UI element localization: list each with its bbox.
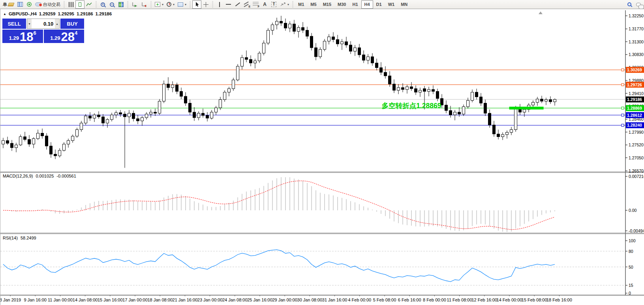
line-chart-icon: [86, 2, 92, 7]
new-order-button[interactable]: 单: [1, 0, 15, 9]
fibonacci-tool-button[interactable]: F: [251, 0, 260, 9]
timeframe-h1[interactable]: H1: [349, 0, 361, 9]
indicators-button[interactable]: + ▾: [153, 0, 165, 9]
macd-name: MACD(12,26,9): [3, 174, 33, 178]
candle-body: [545, 99, 548, 101]
text-tool-button[interactable]: A: [260, 0, 269, 9]
new-order-icon: [8, 3, 15, 6]
chat-button[interactable]: [634, 0, 643, 9]
templates-button[interactable]: ▾: [176, 0, 188, 9]
candle-body: [232, 80, 235, 89]
candle-body: [128, 113, 131, 117]
volume-input[interactable]: [32, 19, 55, 28]
line-chart-mode-button[interactable]: [84, 0, 94, 9]
timeframe-m1[interactable]: M1: [295, 0, 307, 9]
timeframe-h4[interactable]: H4: [361, 0, 373, 9]
bar-chart-icon: [69, 2, 73, 7]
price-tick-label: 1.27050: [629, 155, 644, 160]
timeframe-w1[interactable]: W1: [385, 0, 398, 9]
candle-body: [432, 90, 435, 92]
candle-body: [349, 45, 352, 51]
candle-body: [462, 107, 465, 114]
tile-windows-button[interactable]: [116, 0, 126, 9]
timeframe-label: H1: [351, 2, 359, 7]
buy-button[interactable]: BUY: [60, 19, 84, 29]
buy-price-display[interactable]: 1.29 28 4: [44, 30, 84, 43]
candle-body: [11, 143, 13, 148]
price-tick-label: 1.31770: [629, 26, 644, 31]
toolbar-grip: [190, 1, 191, 7]
candlestick-mode-button[interactable]: [75, 0, 84, 9]
candle-body: [406, 87, 409, 90]
candle-body: [480, 97, 483, 103]
chevron-down-icon[interactable]: ▾: [185, 3, 186, 6]
search-icon: [627, 2, 631, 6]
level-anchor-marker: [621, 124, 624, 126]
candle-body: [506, 132, 509, 135]
volume-decrease-button[interactable]: ▾: [27, 19, 32, 28]
candle-body: [554, 99, 556, 102]
candle-body: [280, 21, 283, 23]
candle-body: [501, 135, 504, 137]
volume-increase-button[interactable]: ▴: [55, 19, 59, 28]
chart-surface[interactable]: 多空转折点1.288691.322501.317701.313001.30830…: [0, 9, 644, 305]
price-tick-label: 1.27520: [629, 142, 644, 147]
time-axis-label: 15 Jan 16:00: [98, 298, 123, 302]
candle-body: [380, 67, 383, 72]
candle-body: [549, 99, 552, 102]
label-tool-button[interactable]: T: [269, 0, 278, 9]
chevron-down-icon[interactable]: ▾: [287, 3, 289, 6]
level-anchor-marker: [621, 69, 624, 71]
candle-body: [171, 85, 174, 88]
timeframe-m15[interactable]: M15: [320, 0, 334, 9]
candle-body: [19, 137, 22, 145]
timeframe-m30[interactable]: M30: [334, 0, 349, 9]
chart-shift-button[interactable]: [139, 0, 149, 9]
chevron-down-icon[interactable]: ▾: [162, 3, 163, 6]
candle-body: [362, 55, 365, 60]
timeframe-mn[interactable]: MN: [398, 0, 411, 9]
autotrading-button[interactable]: 自动交易: [34, 0, 62, 9]
candle-body: [115, 113, 118, 115]
cursor-tool-button[interactable]: [192, 0, 201, 9]
candle-body: [471, 92, 474, 101]
zoom-in-button[interactable]: +: [98, 0, 107, 9]
equidistant-channel-tool-button[interactable]: E: [242, 0, 251, 9]
candle-body: [341, 42, 344, 44]
time-axis-label: 12 Feb 16:00: [471, 298, 497, 302]
sell-button[interactable]: SELL: [2, 19, 26, 29]
periods-button[interactable]: ▾: [165, 0, 176, 9]
rsi-indicator-label: RSI(14) 58.2499: [3, 236, 36, 240]
candlestick-icon: [79, 2, 81, 7]
timeframe-d1[interactable]: D1: [373, 0, 385, 9]
candle-body: [284, 23, 287, 28]
candle-body: [80, 123, 83, 130]
candle-body: [210, 112, 213, 118]
trendline-tool-button[interactable]: [233, 0, 242, 9]
arrows-tool-button[interactable]: ▾: [278, 0, 291, 9]
timeframe-m5[interactable]: M5: [307, 0, 319, 9]
crosshair-tool-button[interactable]: [201, 0, 210, 9]
candle-body: [84, 116, 87, 123]
candle-body: [189, 103, 192, 112]
candle-body: [202, 113, 205, 116]
candle-body: [354, 48, 357, 51]
price-level-label: 1.29726: [627, 82, 642, 87]
horizontal-line-tool-button[interactable]: [224, 0, 233, 9]
search-button[interactable]: [625, 0, 634, 9]
candle-body: [145, 114, 148, 118]
chevron-down-icon[interactable]: ▾: [173, 3, 175, 6]
candle-body: [254, 61, 257, 63]
candle-body: [397, 88, 400, 90]
candle-body: [436, 92, 439, 99]
auto-scroll-button[interactable]: [130, 0, 139, 9]
macd-indicator-label: MACD(12,26,9) 0.001025 -0.000561: [3, 174, 76, 178]
candle-body: [93, 115, 96, 118]
signals-button[interactable]: [24, 0, 34, 9]
vertical-line-tool-button[interactable]: [215, 0, 224, 9]
zoom-out-button[interactable]: −: [107, 0, 116, 9]
collapse-triangle-icon[interactable]: ▲: [3, 12, 6, 16]
charts-window-button[interactable]: [15, 0, 24, 9]
bar-chart-mode-button[interactable]: [66, 0, 75, 9]
sell-price-display[interactable]: 1.29 18 6: [2, 30, 43, 43]
